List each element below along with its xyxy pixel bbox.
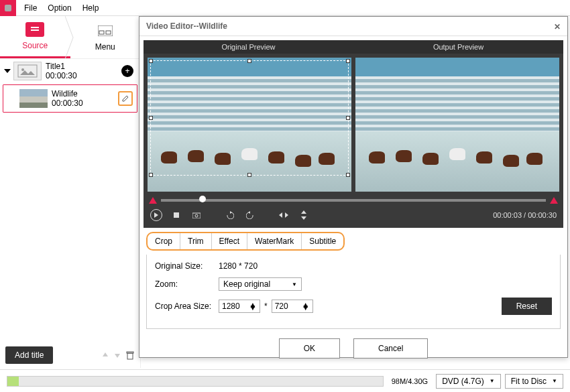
snapshot-button[interactable] [190,209,203,221]
chevron-down-icon: ▼ [490,378,495,384]
playback-controls: 00:00:03 / 00:00:30 [144,205,563,228]
crop-area-label: Crop Area Size: [155,302,219,311]
snapshot-icon [192,212,201,218]
original-size-value: 1280 * 720 [219,261,258,271]
crop-width-input[interactable]: 1280 ▲▼ [219,300,260,313]
tab-subtitle[interactable]: Subtitle [302,233,343,249]
original-preview-label: Original Preview [144,40,353,54]
source-icon [30,25,40,34]
ok-button[interactable]: OK [279,338,340,358]
delete-icon[interactable] [125,350,135,360]
menu-icon [98,25,113,36]
disc-usage-text: 98M/4.30G [388,377,432,385]
clip-duration: 00:00:30 [52,99,83,108]
rotate-right-icon [246,211,254,219]
flip-h-button[interactable] [278,209,290,221]
clip-name: Wildlife [52,89,83,99]
dialog-titlebar: Video Editor--Wildlife ✕ [139,17,567,36]
clip-thumbnail [19,89,48,108]
timecode: 00:00:03 / 00:00:30 [493,211,557,219]
step-source-label: Source [22,41,48,50]
original-size-label: Original Size: [155,261,219,271]
app-logo [0,0,16,16]
flip-v-button[interactable] [298,209,310,221]
svg-rect-2 [31,29,39,31]
timeline-track[interactable] [161,199,546,202]
disc-type-select[interactable]: DVD (4.7G) ▼ [436,374,501,389]
mark-out-icon[interactable] [550,197,558,204]
fit-value: Fit to Disc [511,377,547,386]
crop-marquee[interactable] [150,60,349,176]
top-menubar: File Option Help [0,0,570,16]
svg-rect-5 [106,31,111,34]
rotate-left-icon [226,211,234,219]
title-row[interactable]: Title1 00:00:30 + [0,59,140,83]
editor-tabs: Crop Trim Effect WaterMark Subtitle [146,232,345,251]
step-bar: Source Menu [0,16,140,59]
dialog-buttons: OK Cancel [139,333,567,364]
svg-rect-1 [31,27,39,28]
sidebar: Source Menu Title1 00:00:30 + [0,16,141,368]
crop-options-panel: Original Size: 1280 * 720 Zoom: Keep ori… [146,255,561,329]
step-menu-label: Menu [95,42,115,52]
fit-select[interactable]: Fit to Disc ▼ [505,374,563,389]
tab-crop[interactable]: Crop [148,233,180,249]
flip-h-icon [279,212,288,218]
step-menu[interactable]: Menu [70,16,141,58]
timeline[interactable] [144,196,563,205]
reset-button[interactable]: Reset [502,298,552,315]
step-source[interactable]: Source [0,16,70,58]
disc-usage-bar [7,376,384,387]
move-up-icon[interactable] [101,351,109,359]
mark-in-icon[interactable] [149,197,157,204]
original-preview-pane[interactable] [148,58,351,192]
menu-help[interactable]: Help [82,3,99,13]
output-preview-pane [355,58,559,192]
svg-rect-0 [5,5,11,11]
stop-button[interactable] [170,209,182,221]
menu-option[interactable]: Option [48,3,71,13]
move-down-icon[interactable] [113,351,121,359]
dialog-title: Video Editor--Wildlife [146,21,227,31]
rotate-left-button[interactable] [224,209,236,221]
close-icon: ✕ [554,22,561,31]
preview-area: Original Preview Output Preview [144,40,563,228]
svg-point-7 [21,68,24,71]
spinner-icon[interactable]: ▲▼ [302,304,310,309]
stop-icon [174,212,179,218]
tab-trim[interactable]: Trim [180,233,212,249]
svg-rect-10 [174,212,179,218]
svg-rect-6 [18,65,37,77]
rotate-right-button[interactable] [244,209,256,221]
chevron-down-icon: ▼ [292,281,297,287]
spinner-icon[interactable]: ▲▼ [249,304,257,309]
output-preview-label: Output Preview [353,40,563,54]
playhead[interactable] [199,196,206,202]
play-icon [154,212,159,218]
zoom-value: Keep original [223,279,270,289]
title-duration: 00:00:30 [46,71,77,80]
edit-clip-button[interactable] [118,91,133,106]
edit-icon [121,94,129,103]
video-editor-dialog: Video Editor--Wildlife ✕ Original Previe… [139,16,568,358]
add-title-button[interactable]: Add title [5,346,53,364]
crop-height-input[interactable]: 720 ▲▼ [272,300,313,313]
image-placeholder-icon [17,64,38,78]
disclosure-triangle-icon[interactable] [4,69,11,73]
title-name: Title1 [46,62,77,71]
crop-width-value: 1280 [222,302,240,311]
zoom-label: Zoom: [155,279,219,289]
svg-rect-4 [99,31,104,34]
menu-file[interactable]: File [24,3,37,13]
clip-row-wildlife[interactable]: Wildlife 00:00:30 [3,84,137,113]
chevron-down-icon: ▼ [552,378,557,384]
cancel-button[interactable]: Cancel [353,338,428,358]
zoom-select[interactable]: Keep original ▼ [219,277,302,291]
close-button[interactable]: ✕ [554,21,561,31]
tab-watermark[interactable]: WaterMark [247,233,302,249]
tab-effect[interactable]: Effect [212,233,247,249]
svg-rect-9 [127,352,133,353]
crop-height-value: 720 [275,302,288,311]
add-button[interactable]: + [121,65,133,77]
play-button[interactable] [150,209,162,221]
